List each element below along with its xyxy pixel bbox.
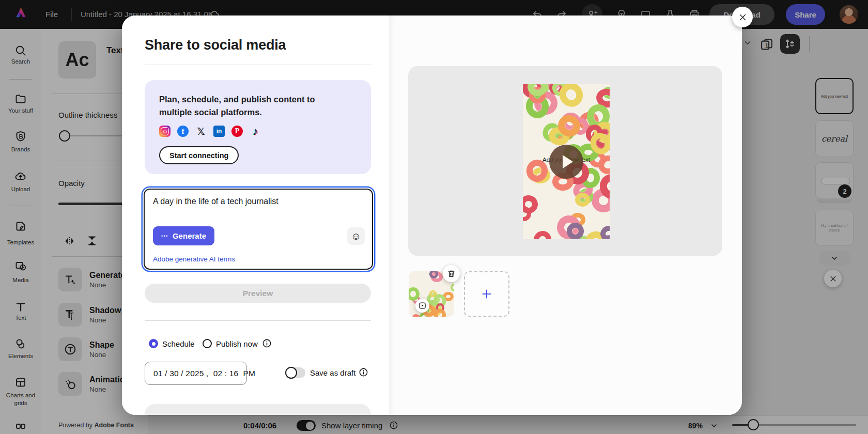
adobe-express-app: File Untitled - 20 January 2025 at 16.31… (0, 0, 868, 434)
caption-value: A day in the life of a tech journalist (153, 197, 278, 206)
emoji-picker-button[interactable]: ☺ (347, 227, 365, 245)
promo-text: Plan, schedule, and publish content to m… (159, 93, 345, 119)
caption-input[interactable]: A day in the life of a tech journalist •… (144, 189, 373, 270)
instagram-icon (159, 126, 171, 137)
publish-now-radio[interactable] (203, 339, 212, 348)
close-modal-button[interactable] (732, 7, 753, 27)
schedule-label: Schedule (162, 339, 195, 348)
linkedin-icon: in (213, 126, 225, 137)
schedule-radio[interactable] (149, 339, 158, 348)
publish-info-icon[interactable] (262, 338, 271, 348)
share-preview-pane: Add your new text (389, 16, 742, 415)
modal-title: Share to social media (145, 37, 286, 53)
start-connecting-button[interactable]: Start connecting (159, 146, 239, 164)
media-thumbnail-tile[interactable] (409, 271, 454, 317)
x-twitter-icon: 𝕏 (195, 126, 207, 137)
partially-visible-submit-button[interactable] (145, 404, 371, 415)
cereal-loop-decor (555, 84, 587, 111)
cereal-loop-decor (523, 195, 538, 213)
play-button[interactable] (549, 145, 583, 179)
cereal-loop-decor (531, 228, 554, 239)
generate-dots-icon: ••• (161, 234, 168, 239)
publish-now-label: Publish now (216, 339, 258, 348)
preview-button[interactable]: Preview (145, 284, 371, 303)
add-media-tile[interactable] (464, 271, 509, 317)
facebook-icon: f (177, 126, 189, 137)
schedule-datetime-field[interactable]: 01 / 30 / 2025 , 02 : 16 PM (145, 362, 247, 385)
tiktok-icon: ♪ (250, 126, 261, 137)
video-preview-card: Add your new text (408, 66, 722, 256)
play-triangle-icon (563, 155, 573, 168)
cereal-loop-decor (451, 314, 454, 317)
social-icons-row: f 𝕏 in P ♪ (159, 126, 357, 137)
remove-media-trash-button[interactable] (443, 265, 460, 282)
generate-caption-button[interactable]: ••• Generate (153, 226, 214, 245)
save-draft-info-icon[interactable] (359, 367, 368, 377)
save-draft-toggle[interactable] (286, 367, 305, 378)
plus-icon (481, 288, 493, 300)
video-badge-icon (415, 299, 429, 313)
close-icon (738, 13, 747, 22)
connect-promo-card: Plan, schedule, and publish content to m… (145, 80, 371, 174)
cereal-loop-decor (599, 225, 610, 239)
ai-terms-link[interactable]: Adobe generative AI terms (153, 255, 235, 263)
cereal-loop-decor (450, 283, 454, 292)
share-form-pane: Share to social media Plan, schedule, an… (122, 16, 389, 415)
pinterest-icon: P (231, 126, 243, 137)
share-to-social-modal: Share to social media Plan, schedule, an… (122, 16, 742, 415)
save-draft-label: Save as draft (310, 368, 355, 377)
video-preview[interactable]: Add your new text (523, 84, 610, 239)
